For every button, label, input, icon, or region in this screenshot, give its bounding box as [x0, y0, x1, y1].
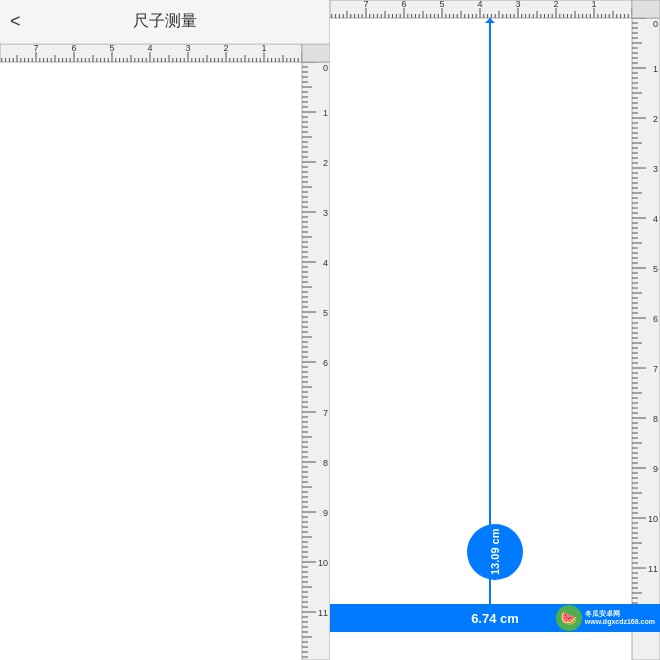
app-header: < 尺子测量	[0, 0, 330, 44]
logo-area: 🍉 冬瓜安卓网www.dgxcdz168.com	[556, 604, 655, 632]
horizontal-measurement-value: 6.74 cm	[471, 611, 519, 626]
right-panel: 13.09 cm 6.74 cm 🍉 冬瓜安卓网www.dgxcdz168.co…	[330, 0, 660, 660]
back-button[interactable]: <	[10, 11, 21, 32]
left-ruler-canvas	[0, 0, 330, 660]
vertical-measurement-bubble: 13.09 cm	[467, 524, 523, 580]
logo-text: 冬瓜安卓网www.dgxcdz168.com	[585, 610, 655, 627]
app-title: 尺子测量	[133, 11, 197, 32]
left-panel: < 尺子测量	[0, 0, 330, 660]
horizontal-measurement-bar: 6.74 cm 🍉 冬瓜安卓网www.dgxcdz168.com	[330, 604, 660, 632]
logo-icon: 🍉	[556, 605, 582, 631]
